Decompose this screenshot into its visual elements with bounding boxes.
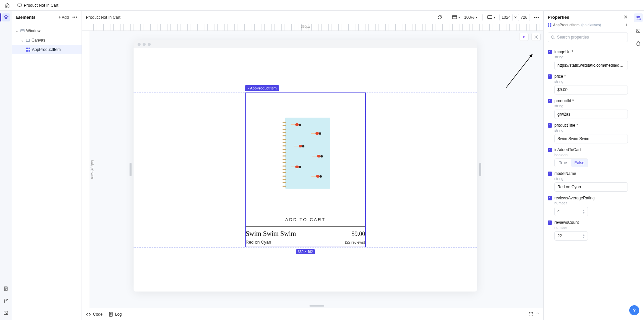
sidebar-header: Elements + Add •••: [12, 11, 82, 24]
component-icon: [26, 48, 30, 52]
prop-imageurl: imageUrl * string https://static.wixstat…: [548, 50, 628, 70]
prop-type: string: [554, 79, 628, 83]
properties-rail-button[interactable]: [634, 13, 643, 22]
code-icon: [86, 312, 91, 316]
device-icon: [487, 15, 492, 19]
svg-point-21: [551, 36, 554, 38]
prop-input[interactable]: https://static.wixstatic.com/media/d759l: [554, 61, 628, 70]
prop-input[interactable]: Swim Swim Swim: [554, 134, 628, 143]
prop-label: productTitle *: [554, 123, 578, 128]
tree-node-canvas[interactable]: ⌄ Canvas: [12, 36, 82, 45]
prop-number-input[interactable]: 22▲▼: [554, 231, 588, 241]
bottom-bar: Code Log ⌃: [82, 308, 543, 320]
add-button[interactable]: + Add: [58, 15, 69, 20]
prop-checkbox[interactable]: [548, 74, 552, 79]
prop-reviewscount: reviewsCount number 22▲▼: [548, 220, 628, 241]
branch-icon: [3, 298, 8, 303]
sidebar-more-button[interactable]: •••: [72, 15, 78, 20]
prop-input[interactable]: Red on Cyan: [554, 182, 628, 192]
product-title: Swim Swim Swim: [246, 230, 296, 238]
selection-box[interactable]: ADD TO CART Swim Swim Swim $9.00 Red on …: [245, 92, 366, 247]
tree-label: Canvas: [32, 38, 45, 43]
prop-number-input[interactable]: 4▲▼: [554, 207, 588, 216]
svg-rect-25: [636, 29, 640, 32]
tree-node-component[interactable]: AppProductItem: [12, 45, 82, 54]
prop-checkbox[interactable]: [548, 172, 552, 176]
expand-button[interactable]: [529, 312, 533, 317]
window-icon: [20, 29, 24, 33]
sidebar-title: Elements: [16, 15, 36, 20]
stage: 360px auto (462px): [82, 24, 543, 308]
prop-checkbox[interactable]: [548, 196, 552, 200]
branch-rail-button[interactable]: [2, 297, 10, 305]
resize-handle-right[interactable]: [479, 163, 481, 176]
canvas-area[interactable]: › AppProductItem: [90, 31, 543, 308]
toolbar-more-button[interactable]: •••: [534, 15, 539, 20]
resize-handle-left[interactable]: [130, 163, 132, 176]
prop-value: https://static.wixstatic.com/media/d759l: [557, 63, 625, 68]
prop-checkbox[interactable]: [548, 148, 552, 152]
chevron-right-icon: ›: [248, 86, 249, 90]
product-price: $9.00: [352, 231, 365, 238]
product-card: ADD TO CART Swim Swim Swim $9.00 Red on …: [246, 93, 365, 247]
layout-icon: [452, 15, 457, 19]
page-tab[interactable]: Product Not In Cart: [15, 3, 60, 8]
prop-input[interactable]: grw2as: [554, 110, 628, 119]
data-rail-button[interactable]: [634, 39, 643, 48]
prop-label: reviewsAverageRating: [554, 196, 595, 200]
prop-checkbox[interactable]: [548, 99, 552, 103]
panel-close-button[interactable]: ✕: [624, 14, 628, 20]
prop-value: Swim Swim Swim: [557, 136, 589, 141]
play-button[interactable]: [519, 33, 529, 41]
preview-window: › AppProductItem: [134, 40, 477, 292]
log-tab[interactable]: Log: [109, 312, 122, 317]
prop-value: 4: [557, 209, 560, 214]
number-stepper[interactable]: ▲▼: [583, 234, 585, 239]
layout-mode-button[interactable]: ▾: [452, 15, 460, 19]
chevron-down-icon: ▾: [458, 16, 460, 19]
device-dropdown[interactable]: ▾: [487, 15, 495, 19]
prop-checkbox[interactable]: [548, 220, 552, 225]
svg-point-2: [4, 299, 5, 300]
prop-boolean-toggle[interactable]: True False: [554, 158, 588, 167]
svg-point-3: [7, 299, 8, 300]
properties-search-input[interactable]: Search properties: [548, 32, 628, 42]
add-to-cart-button[interactable]: ADD TO CART: [246, 213, 365, 227]
svg-rect-10: [26, 50, 28, 52]
svg-rect-8: [26, 48, 28, 49]
prop-type: string: [554, 177, 628, 181]
viewport-height-input[interactable]: 726: [518, 14, 530, 21]
tree-node-window[interactable]: ⌄ Window: [12, 26, 82, 36]
prop-type: string: [554, 55, 628, 59]
number-stepper[interactable]: ▲▼: [583, 209, 585, 214]
prop-input[interactable]: $9.00: [554, 85, 628, 94]
prop-checkbox[interactable]: [548, 123, 552, 128]
log-label: Log: [115, 312, 122, 317]
add-class-button[interactable]: +: [625, 22, 628, 27]
code-tab[interactable]: Code: [86, 312, 103, 317]
styles-rail-button[interactable]: [634, 26, 643, 35]
toggle-false[interactable]: False: [571, 159, 588, 167]
prop-checkbox[interactable]: [548, 50, 552, 54]
bottom-drag-handle[interactable]: [309, 305, 324, 307]
help-button[interactable]: ?: [629, 305, 639, 315]
prop-producttitle: productTitle * string Swim Swim Swim: [548, 123, 628, 143]
layers-rail-button[interactable]: [2, 13, 10, 21]
home-button[interactable]: [3, 1, 12, 10]
prop-type: number: [554, 226, 628, 230]
prop-modelname: modelName string Red on Cyan: [548, 171, 628, 192]
left-rail: [0, 11, 12, 320]
selection-badge[interactable]: › AppProductItem: [245, 85, 279, 91]
settings-button[interactable]: [531, 33, 541, 41]
prop-label: productId *: [554, 99, 574, 103]
product-model: Red on Cyan: [246, 240, 271, 245]
chevron-up-button[interactable]: ⌃: [536, 312, 539, 317]
zoom-dropdown[interactable]: 100% ▾: [464, 15, 478, 20]
refresh-button[interactable]: [437, 15, 442, 20]
terminal-rail-button[interactable]: [2, 309, 10, 317]
prop-value: $9.00: [557, 87, 567, 92]
docs-rail-button[interactable]: [2, 284, 10, 293]
toggle-true[interactable]: True: [555, 159, 571, 167]
expand-icon: [529, 312, 533, 317]
viewport-width-input[interactable]: 1024: [499, 14, 513, 21]
